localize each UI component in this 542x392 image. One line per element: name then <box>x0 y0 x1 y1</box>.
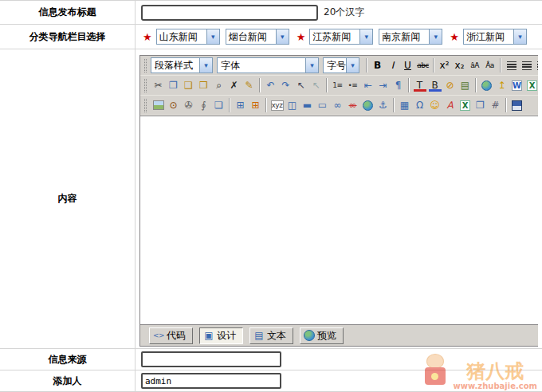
insert-media-button[interactable]: ⊙ <box>166 97 181 113</box>
paragraph-style-select[interactable]: 段落样式▾ <box>151 57 213 73</box>
indent-button[interactable]: ⇥ <box>375 77 391 93</box>
insert-excel-button[interactable]: X <box>458 97 473 113</box>
outdent-button[interactable]: ⇤ <box>360 77 375 93</box>
toolbar-grip[interactable] <box>144 99 147 112</box>
chevron-down-icon[interactable]: ▾ <box>305 58 318 73</box>
font-size-select[interactable]: 字号▾ <box>323 57 359 73</box>
save-button[interactable] <box>509 97 524 113</box>
insert-hr-button[interactable]: ▬ <box>300 97 315 113</box>
select-yantai-news[interactable]: 烟台新闻▾ <box>226 29 289 45</box>
chevron-down-icon[interactable]: ▾ <box>276 29 289 44</box>
uppercase-button[interactable]: Âa <box>482 57 497 73</box>
undo-button[interactable]: ↶ <box>263 77 278 93</box>
insert-media-icon: ⊙ <box>167 99 180 112</box>
select-all-button[interactable]: ↖ <box>308 77 324 93</box>
author-input[interactable] <box>141 373 281 389</box>
align-right-button[interactable] <box>534 57 538 73</box>
format-brush-button[interactable]: ✎ <box>242 77 257 93</box>
italic-button[interactable]: I <box>385 57 400 73</box>
import-excel-button[interactable]: X <box>524 77 538 93</box>
tab-design[interactable]: ▣设计 <box>199 327 243 344</box>
toolbar-grip[interactable] <box>144 59 147 73</box>
insert-marquee-button[interactable]: xyz <box>269 97 285 113</box>
tab-text[interactable]: ▤文本 <box>249 327 293 344</box>
toolbar-grip[interactable] <box>144 79 147 92</box>
select-nanjing-news[interactable]: 南京新闻▾ <box>379 29 442 45</box>
delete-button[interactable]: ✗ <box>226 77 242 93</box>
paste-special-button[interactable]: ❒ <box>196 77 211 93</box>
wordart-button[interactable]: A <box>442 97 458 113</box>
editor-content[interactable] <box>140 116 538 325</box>
underline-button[interactable]: U <box>400 57 415 73</box>
remove-link-button[interactable]: ∞ <box>345 97 360 113</box>
chevron-down-icon[interactable]: ▾ <box>513 29 526 44</box>
align-left-button[interactable] <box>504 57 519 73</box>
special-char-button[interactable]: Ω <box>412 97 427 113</box>
insert-form-button[interactable]: ▦ <box>397 97 412 113</box>
superscript-button[interactable]: x² <box>437 57 452 73</box>
highlight-color-button[interactable]: B <box>427 77 442 93</box>
insert-anchor-button[interactable]: ⚓ <box>375 97 391 113</box>
select-shandong-news[interactable]: 山东新闻▾ <box>156 29 220 45</box>
subscript-button[interactable]: x₂ <box>452 57 467 73</box>
source-input[interactable] <box>141 351 281 367</box>
insert-map-button[interactable] <box>360 97 375 113</box>
insert-file-icon: ❏ <box>213 99 226 112</box>
insert-link-icon: ∞ <box>332 99 344 112</box>
ordered-list-button[interactable]: 1≡ <box>330 77 345 93</box>
insert-link-button[interactable]: ∞ <box>330 97 345 113</box>
insert-field-button[interactable]: ▭ <box>315 97 330 113</box>
insert-video-icon: ✇ <box>183 99 195 112</box>
chevron-down-icon[interactable]: ▾ <box>346 58 359 73</box>
font-select[interactable]: 字体▾ <box>217 57 319 73</box>
attach-file-button[interactable]: ∮ <box>196 97 211 113</box>
align-center-button[interactable] <box>519 57 534 73</box>
select-button[interactable]: ↖ <box>293 77 308 93</box>
bullet-list-button[interactable]: •≡ <box>345 77 360 93</box>
browse-web-button[interactable] <box>479 77 494 93</box>
insert-anchor-icon: ⚓ <box>377 99 390 112</box>
upload-button[interactable]: ↥ <box>494 77 509 93</box>
chevron-down-icon[interactable]: ▾ <box>359 29 372 44</box>
clear-format-button[interactable]: ⊘ <box>442 77 458 93</box>
insert-image-button[interactable] <box>151 97 166 113</box>
strikethrough-button[interactable]: abc <box>415 57 430 73</box>
show-grid-icon: # <box>489 99 502 112</box>
title-input[interactable] <box>141 5 318 21</box>
show-grid-button[interactable]: # <box>488 97 503 113</box>
import-word-button[interactable]: W <box>509 77 524 93</box>
remove-link-icon: ∞ <box>347 99 359 112</box>
category-selects: ★山东新闻▾烟台新闻▾★江苏新闻▾南京新闻▾★浙江新闻▾ <box>136 25 542 49</box>
title-row: 信息发布标题 20个汉字 <box>0 1 542 25</box>
rich-text-editor: 段落样式▾字体▾字号▾BIUabcx²x₂âAÂa ✂❐❑❒⌕✗✎↶↷↖↖1≡•… <box>139 55 538 347</box>
select-jiangsu-news[interactable]: 江苏新闻▾ <box>309 29 373 45</box>
font-color-button[interactable]: T <box>412 77 427 93</box>
insert-table-button[interactable]: ⊞ <box>233 97 248 113</box>
select-zhejiang-news[interactable]: 浙江新闻▾ <box>463 29 527 45</box>
chevron-down-icon[interactable]: ▾ <box>429 29 442 44</box>
paste-button[interactable]: ❑ <box>181 77 196 93</box>
copy-button[interactable]: ❐ <box>166 77 181 93</box>
toolbar-separator <box>229 98 230 112</box>
bold-button[interactable]: B <box>370 57 385 73</box>
table-props-button[interactable]: ⊞ <box>248 97 263 113</box>
first-line-indent-button[interactable]: ¶ <box>391 77 406 93</box>
author-row-content <box>136 370 542 391</box>
ordered-list-icon: 1≡ <box>332 79 344 92</box>
cut-button[interactable]: ✂ <box>151 77 166 93</box>
paste-word-button[interactable]: ❐ <box>473 97 488 113</box>
find-button[interactable]: ⌕ <box>211 77 226 93</box>
lowercase-button[interactable]: âA <box>467 57 482 73</box>
insert-doc-button[interactable]: ▤ <box>458 77 473 93</box>
tab-preview[interactable]: 预览 <box>300 327 344 344</box>
insert-iframe-button[interactable]: ◫ <box>285 97 300 113</box>
emoticon-button[interactable]: ☺ <box>427 97 442 113</box>
insert-file-button[interactable]: ❏ <box>211 97 226 113</box>
chevron-down-icon[interactable]: ▾ <box>206 29 219 44</box>
insert-video-button[interactable]: ✇ <box>181 97 196 113</box>
select-value: 浙江新闻 <box>464 30 513 44</box>
align-right-icon <box>537 61 539 70</box>
redo-button[interactable]: ↷ <box>278 77 293 93</box>
tab-code[interactable]: <>代码 <box>149 327 193 344</box>
chevron-down-icon[interactable]: ▾ <box>199 58 212 73</box>
